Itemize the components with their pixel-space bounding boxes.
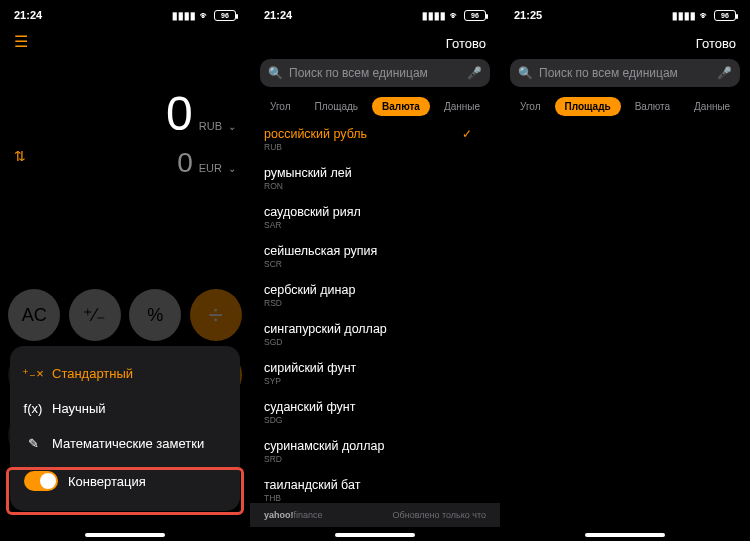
calc-icon: ⁺₋× — [24, 366, 42, 381]
list-icon[interactable]: ☰ — [14, 32, 28, 51]
list-item[interactable]: суданский фунтSDG — [250, 393, 486, 432]
menu-label: Математические заметки — [52, 436, 204, 451]
provider-brand: yahoo!finance — [264, 510, 323, 520]
status-time: 21:24 — [14, 9, 42, 21]
search-placeholder: Поиск по всем единицам — [289, 66, 461, 80]
done-button[interactable]: Готово — [260, 32, 490, 59]
primary-unit[interactable]: RUB — [199, 120, 222, 132]
fx-icon: f(x) — [24, 401, 42, 416]
primary-value: 0 — [166, 86, 193, 141]
status-time: 21:25 — [514, 9, 542, 21]
status-bar: 21:24 ▮▮▮▮ ᯤ 96 — [0, 0, 250, 26]
menu-math-notes[interactable]: ✎ Математические заметки — [10, 426, 240, 461]
battery-icon: 96 — [464, 10, 486, 21]
search-input[interactable]: 🔍 Поиск по всем единицам 🎤 — [510, 59, 740, 87]
category-tab[interactable]: Валюта — [372, 97, 430, 116]
list-item[interactable]: суринамский долларSRD — [250, 432, 486, 471]
list-item[interactable]: сербский динарRSD — [250, 276, 486, 315]
category-tab[interactable]: Угол — [260, 97, 301, 116]
menu-conversion[interactable]: Конвертация — [10, 461, 240, 501]
menu-label: Стандартный — [52, 366, 133, 381]
signal-icon: ▮▮▮▮ — [172, 10, 196, 21]
calculator-display: 0 RUB ⌄ 0 EUR ⌄ — [0, 26, 250, 179]
secondary-value: 0 — [177, 147, 193, 179]
screen-calculator: 21:24 ▮▮▮▮ ᯤ 96 ☰ ⇅ 0 RUB ⌄ 0 EUR ⌄ AC ⁺… — [0, 0, 250, 541]
battery-icon: 96 — [214, 10, 236, 21]
conversion-toggle[interactable] — [24, 471, 58, 491]
unit-list[interactable]: российский рубль✓RUBрумынский лейRONсауд… — [250, 120, 486, 517]
status-time: 21:24 — [264, 9, 292, 21]
key-ac[interactable]: AC — [8, 289, 60, 341]
provider-footer: yahoo!finance Обновлено только что — [250, 503, 500, 527]
list-item[interactable]: сейшельская рупияSCR — [250, 237, 486, 276]
category-tab[interactable]: Площадь — [305, 97, 369, 116]
chevron-icon[interactable]: ⌄ — [228, 163, 236, 174]
home-indicator[interactable] — [85, 533, 165, 537]
done-button[interactable]: Готово — [510, 32, 740, 59]
category-tab[interactable]: Угол — [510, 97, 551, 116]
signal-icon: ▮▮▮▮ — [422, 10, 446, 21]
key-divide[interactable]: ÷ — [190, 289, 242, 341]
list-item[interactable]: румынский лейRON — [250, 159, 486, 198]
status-bar: 21:24 ▮▮▮▮ ᯤ 96 — [250, 0, 500, 26]
status-bar: 21:25 ▮▮▮▮ ᯤ 96 — [500, 0, 750, 26]
menu-label: Конвертация — [68, 474, 146, 489]
menu-standard[interactable]: ⁺₋× Стандартный — [10, 356, 240, 391]
category-tab[interactable]: Данные — [684, 97, 740, 116]
provider-updated: Обновлено только что — [393, 510, 486, 520]
secondary-unit[interactable]: EUR — [199, 162, 222, 174]
menu-scientific[interactable]: f(x) Научный — [10, 391, 240, 426]
notes-icon: ✎ — [24, 436, 42, 451]
category-tab[interactable]: Данные — [434, 97, 490, 116]
swap-icon[interactable]: ⇅ — [14, 148, 26, 164]
screen-currency-picker: 21:24 ▮▮▮▮ ᯤ 96 Готово 🔍 Поиск по всем е… — [250, 0, 500, 541]
list-item[interactable]: российский рубль✓RUB — [250, 120, 486, 159]
home-indicator[interactable] — [335, 533, 415, 537]
search-icon: 🔍 — [518, 66, 533, 80]
battery-icon: 96 — [714, 10, 736, 21]
key-sign[interactable]: ⁺∕₋ — [69, 289, 121, 341]
mic-icon[interactable]: 🎤 — [467, 66, 482, 80]
search-placeholder: Поиск по всем единицам — [539, 66, 711, 80]
unit-list[interactable] — [500, 120, 736, 517]
category-tabs: УголПлощадьВалютаДанныеЭнергияСил — [510, 87, 740, 122]
category-tabs: УголПлощадьВалютаДанныеЭнергияСил — [260, 87, 490, 122]
search-icon: 🔍 — [268, 66, 283, 80]
list-item[interactable]: саудовский риялSAR — [250, 198, 486, 237]
chevron-icon[interactable]: ⌄ — [228, 121, 236, 132]
category-tab[interactable]: Валюта — [625, 97, 680, 116]
menu-label: Научный — [52, 401, 106, 416]
signal-icon: ▮▮▮▮ — [672, 10, 696, 21]
search-input[interactable]: 🔍 Поиск по всем единицам 🎤 — [260, 59, 490, 87]
category-tab[interactable]: Площадь — [555, 97, 621, 116]
wifi-icon: ᯤ — [450, 10, 460, 21]
screen-area-picker: 21:25 ▮▮▮▮ ᯤ 96 Готово 🔍 Поиск по всем е… — [500, 0, 750, 541]
wifi-icon: ᯤ — [700, 10, 710, 21]
list-item[interactable]: сингапурский долларSGD — [250, 315, 486, 354]
list-item[interactable]: сирийский фунтSYP — [250, 354, 486, 393]
wifi-icon: ᯤ — [200, 10, 210, 21]
mic-icon[interactable]: 🎤 — [717, 66, 732, 80]
key-percent[interactable]: % — [129, 289, 181, 341]
mode-menu: ⁺₋× Стандартный f(x) Научный ✎ Математич… — [10, 346, 240, 511]
home-indicator[interactable] — [585, 533, 665, 537]
